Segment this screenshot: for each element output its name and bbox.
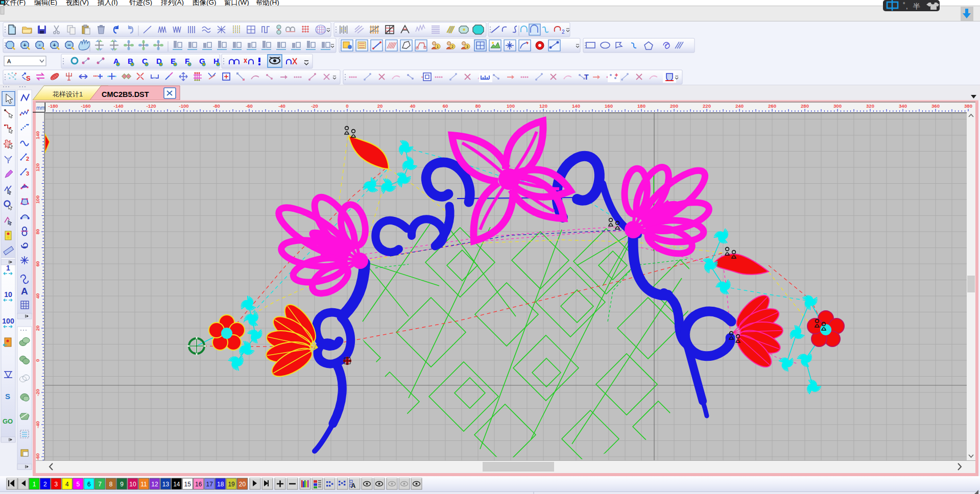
svg-text:−: − — [67, 42, 70, 48]
svg-text:4: 4 — [65, 481, 69, 488]
svg-text:图像(G): 图像(G) — [193, 0, 217, 6]
svg-text:-180: -180 — [48, 103, 58, 109]
svg-text:0: 0 — [346, 103, 348, 109]
svg-text:320: 320 — [866, 103, 874, 109]
svg-text:1: 1 — [6, 264, 10, 272]
svg-text:360: 360 — [931, 103, 940, 109]
svg-text:CMC2B5.DST: CMC2B5.DST — [102, 90, 149, 98]
svg-text:3: 3 — [55, 481, 58, 488]
svg-text:60: 60 — [443, 103, 448, 109]
svg-text:花样设计1: 花样设计1 — [52, 90, 83, 98]
svg-text:240: 240 — [735, 103, 744, 109]
svg-text:100: 100 — [35, 195, 40, 204]
svg-text:视图(V): 视图(V) — [66, 0, 89, 6]
svg-text:9: 9 — [120, 481, 124, 488]
svg-text:200: 200 — [670, 103, 678, 109]
svg-text:+: + — [53, 42, 56, 48]
svg-text:编辑(E): 编辑(E) — [34, 0, 57, 6]
svg-text:80: 80 — [35, 229, 40, 235]
svg-text:140: 140 — [572, 103, 580, 109]
svg-text:针迹(S): 针迹(S) — [129, 0, 152, 6]
svg-text:,: , — [906, 3, 908, 10]
svg-text:1: 1 — [437, 45, 439, 48]
svg-text:-40: -40 — [278, 103, 285, 109]
svg-text:A: A — [21, 286, 28, 297]
svg-text:+: + — [23, 42, 26, 48]
svg-text:340: 340 — [899, 103, 907, 109]
svg-text:19: 19 — [228, 481, 235, 488]
svg-text:11: 11 — [140, 481, 147, 488]
svg-text:10: 10 — [4, 290, 12, 299]
svg-text:S: S — [5, 392, 10, 401]
svg-text:20: 20 — [35, 326, 40, 331]
svg-text:排列(A): 排列(A) — [160, 0, 184, 6]
svg-text:6: 6 — [87, 481, 91, 488]
svg-text:mm: mm — [36, 105, 45, 111]
svg-text:2: 2 — [562, 29, 565, 35]
svg-text:17: 17 — [206, 481, 213, 488]
svg-text:插入(I): 插入(I) — [97, 0, 118, 6]
svg-text:20: 20 — [239, 481, 246, 488]
svg-text:3: 3 — [26, 170, 29, 177]
svg-text:40: 40 — [35, 293, 40, 299]
svg-text:14: 14 — [173, 481, 180, 488]
svg-text:140: 140 — [35, 131, 40, 139]
svg-text:窗口(W): 窗口(W) — [224, 0, 249, 6]
svg-text:5: 5 — [76, 481, 80, 488]
svg-text:40: 40 — [410, 103, 416, 109]
svg-text:1: 1 — [33, 481, 36, 488]
svg-text:-20: -20 — [35, 389, 40, 396]
svg-text:文件(F): 文件(F) — [3, 0, 26, 6]
svg-text:-60: -60 — [246, 103, 253, 109]
svg-text:帮助(H): 帮助(H) — [256, 0, 279, 6]
svg-text:T: T — [584, 73, 589, 81]
svg-text:18: 18 — [217, 481, 224, 488]
svg-text:-40: -40 — [35, 421, 40, 428]
svg-text:半: 半 — [913, 2, 920, 10]
svg-text:A: A — [7, 58, 11, 64]
svg-text:-100: -100 — [179, 103, 188, 109]
svg-text:120: 120 — [539, 103, 547, 109]
svg-text:300: 300 — [833, 103, 842, 109]
svg-text:-20: -20 — [311, 103, 318, 109]
svg-text:380: 380 — [964, 103, 972, 109]
svg-text:100: 100 — [2, 317, 14, 325]
svg-text:°: ° — [903, 1, 905, 7]
svg-text:2: 2 — [26, 156, 29, 162]
svg-text:13: 13 — [162, 481, 170, 488]
svg-text:2: 2 — [451, 45, 453, 48]
svg-text:-160: -160 — [81, 103, 90, 109]
svg-text:-140: -140 — [113, 103, 123, 109]
svg-text:0: 0 — [35, 359, 40, 361]
svg-text:220: 220 — [703, 103, 711, 109]
svg-text:-60: -60 — [35, 453, 40, 460]
svg-text:12: 12 — [151, 481, 158, 488]
svg-text:-80: -80 — [213, 103, 220, 109]
svg-text:S: S — [26, 75, 31, 82]
svg-text:-120: -120 — [146, 103, 156, 109]
svg-text:7: 7 — [98, 481, 102, 488]
svg-text:2: 2 — [43, 481, 47, 488]
svg-text:▫: ▫ — [39, 42, 41, 48]
svg-text:260: 260 — [768, 103, 776, 109]
svg-text:15: 15 — [184, 481, 192, 488]
svg-text:100: 100 — [507, 103, 515, 109]
svg-text:8: 8 — [109, 481, 113, 488]
svg-text:280: 280 — [801, 103, 809, 109]
svg-text:60: 60 — [35, 261, 40, 267]
svg-text:10: 10 — [129, 481, 136, 488]
svg-text:160: 160 — [605, 103, 613, 109]
svg-text:180: 180 — [637, 103, 646, 109]
svg-text:20: 20 — [377, 103, 383, 109]
svg-text:16: 16 — [195, 481, 202, 488]
svg-text:3: 3 — [466, 45, 468, 48]
svg-text:GO: GO — [3, 417, 13, 425]
svg-text:80: 80 — [475, 103, 481, 109]
svg-text:120: 120 — [35, 163, 40, 171]
